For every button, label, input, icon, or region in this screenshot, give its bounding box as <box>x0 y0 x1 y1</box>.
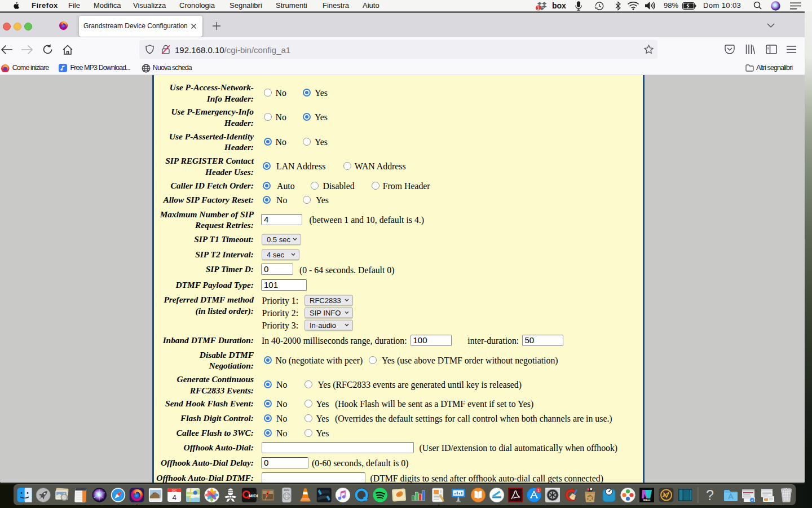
svg-text:1: 1 <box>537 5 540 11</box>
svg-text:1: 1 <box>537 488 540 493</box>
svg-text:MIDI: MIDI <box>249 493 258 498</box>
svg-text:Nikon: Nikon <box>643 499 651 502</box>
svg-text:4: 4 <box>172 493 176 502</box>
svg-text:DIC: DIC <box>172 489 177 492</box>
svg-text:?: ? <box>706 487 714 503</box>
svg-text:DVD: DVD <box>284 489 290 492</box>
